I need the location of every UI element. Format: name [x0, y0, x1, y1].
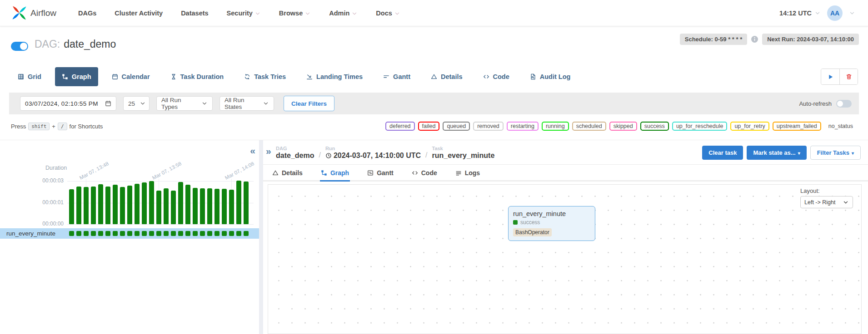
- task-instance-marker-success[interactable]: [244, 231, 249, 236]
- task-instance-marker-success[interactable]: [105, 231, 110, 236]
- duration-bar[interactable]: [236, 181, 241, 224]
- task-instance-marker-success[interactable]: [236, 231, 241, 236]
- task-instance-marker-success[interactable]: [127, 231, 132, 236]
- task-instance-marker-success[interactable]: [185, 231, 190, 236]
- task-instance-marker-success[interactable]: [222, 231, 227, 236]
- task-node-run-every-minute[interactable]: run_every_minute success BashOperator: [508, 206, 595, 241]
- duration-bar[interactable]: [200, 188, 205, 224]
- breadcrumb-run[interactable]: Run 2024-03-07, 14:10:00 UTC: [325, 146, 421, 160]
- nav-item-browse[interactable]: Browse: [279, 10, 311, 17]
- task-instance-marker-success[interactable]: [135, 231, 140, 236]
- clear-filters-button[interactable]: Clear Filters: [284, 96, 334, 111]
- tab-code[interactable]: Code: [476, 67, 516, 86]
- duration-bar[interactable]: [127, 186, 132, 224]
- duration-bar[interactable]: [222, 189, 227, 224]
- clear-task-button[interactable]: Clear task: [702, 146, 743, 160]
- y-gridline: [67, 224, 254, 225]
- task-instance-marker-success[interactable]: [193, 231, 198, 236]
- info-icon[interactable]: [751, 35, 758, 43]
- task-instance-marker-success[interactable]: [215, 231, 219, 236]
- breadcrumb-dag[interactable]: DAG date_demo: [276, 146, 314, 160]
- task-instance-marker-success[interactable]: [207, 231, 212, 236]
- tab-task-duration[interactable]: Task Duration: [164, 67, 231, 86]
- page-size-select[interactable]: 25: [123, 96, 150, 111]
- duration-bar[interactable]: [76, 187, 81, 224]
- filter-tasks-button[interactable]: Filter Tasks▾: [810, 146, 861, 160]
- duration-bar[interactable]: [171, 191, 176, 224]
- task-instance-marker-success[interactable]: [149, 231, 154, 236]
- task-instance-marker-success[interactable]: [156, 231, 161, 236]
- chevron-down-icon: [304, 10, 311, 17]
- duration-bar[interactable]: [164, 188, 169, 224]
- nav-item-datasets[interactable]: Datasets: [181, 10, 208, 17]
- tab-grid[interactable]: Grid: [11, 67, 48, 86]
- nav-item-docs[interactable]: Docs: [376, 10, 400, 17]
- task-row-label[interactable]: run_every_minute: [6, 228, 55, 239]
- duration-bar[interactable]: [84, 187, 89, 224]
- graph-canvas[interactable]: run_every_minute success BashOperator La…: [268, 184, 862, 334]
- task-instance-marker-success[interactable]: [113, 231, 118, 236]
- tab-details[interactable]: Details: [271, 165, 304, 182]
- duration-bar[interactable]: [156, 191, 161, 224]
- duration-bar[interactable]: [135, 184, 140, 224]
- nav-item-dags[interactable]: DAGs: [78, 10, 96, 17]
- duration-bar[interactable]: [229, 190, 234, 224]
- duration-bar[interactable]: [185, 185, 190, 224]
- task-instance-marker-success[interactable]: [98, 231, 103, 236]
- duration-bar[interactable]: [120, 187, 125, 224]
- mark-state-button[interactable]: Mark state as...▾: [747, 146, 806, 160]
- task-instance-marker-success[interactable]: [69, 231, 74, 236]
- task-instance-marker-success[interactable]: [91, 231, 96, 236]
- tab-graph[interactable]: Graph: [55, 67, 98, 86]
- tab-details[interactable]: Details: [424, 67, 469, 86]
- panel-resize-gutter[interactable]: [259, 140, 263, 334]
- duration-bar[interactable]: [244, 182, 249, 224]
- trigger-dag-button[interactable]: [821, 69, 839, 84]
- nav-item-security[interactable]: Security: [227, 10, 261, 17]
- task-instance-marker-success[interactable]: [171, 231, 176, 236]
- tab-task-tries[interactable]: Task Tries: [237, 67, 293, 86]
- duration-bar[interactable]: [98, 184, 103, 224]
- duration-bar[interactable]: [215, 189, 219, 224]
- tab-code[interactable]: Code: [411, 165, 438, 182]
- tab-landing-times[interactable]: Landing Times: [299, 67, 369, 86]
- duration-bar[interactable]: [113, 185, 118, 224]
- task-instance-marker-success[interactable]: [164, 231, 169, 236]
- task-instance-marker-success[interactable]: [178, 231, 183, 236]
- layout-select[interactable]: Left -> Right: [800, 196, 853, 208]
- task-instance-marker-success[interactable]: [84, 231, 89, 236]
- task-instance-marker-success[interactable]: [120, 231, 125, 236]
- airflow-brand[interactable]: Airflow: [12, 5, 56, 20]
- nav-item-cluster-activity[interactable]: Cluster Activity: [115, 10, 163, 17]
- avatar[interactable]: AA: [827, 5, 843, 21]
- date-filter-input[interactable]: 03/07/2024, 02:10:55 PM: [20, 96, 116, 111]
- run-states-select[interactable]: All Run States: [219, 96, 274, 111]
- tab-gantt[interactable]: Gantt: [366, 165, 394, 182]
- task-instance-marker-success[interactable]: [229, 231, 234, 236]
- tab-logs[interactable]: Logs: [454, 165, 481, 182]
- delete-dag-button[interactable]: [839, 69, 858, 84]
- auto-refresh-toggle[interactable]: [836, 100, 852, 108]
- dag-pause-toggle[interactable]: [11, 42, 28, 51]
- run-types-select[interactable]: All Run Types: [156, 96, 213, 111]
- duration-bar[interactable]: [142, 182, 147, 224]
- tab-calendar[interactable]: Calendar: [105, 67, 157, 86]
- nav-item-admin[interactable]: Admin: [329, 10, 358, 17]
- task-instance-marker-success[interactable]: [142, 231, 147, 236]
- duration-bar[interactable]: [207, 188, 212, 224]
- tab-gantt[interactable]: Gantt: [376, 67, 417, 86]
- duration-bar[interactable]: [105, 187, 110, 224]
- tab-audit-log[interactable]: Audit Log: [523, 67, 578, 86]
- duration-bar[interactable]: [178, 182, 183, 224]
- task-instance-marker-success[interactable]: [76, 231, 81, 236]
- nav-item-label: Docs: [376, 10, 392, 17]
- task-instance-marker-success[interactable]: [200, 231, 205, 236]
- task-row[interactable]: run_every_minute: [0, 228, 259, 239]
- duration-bar[interactable]: [91, 187, 96, 224]
- duration-bar[interactable]: [149, 181, 154, 224]
- duration-bar[interactable]: [193, 188, 198, 224]
- duration-bar[interactable]: [69, 189, 74, 224]
- tab-graph[interactable]: Graph: [320, 165, 350, 182]
- breadcrumb-task[interactable]: Task run_every_minute: [432, 146, 494, 160]
- clock-menu[interactable]: 14:12 UTC: [779, 10, 821, 17]
